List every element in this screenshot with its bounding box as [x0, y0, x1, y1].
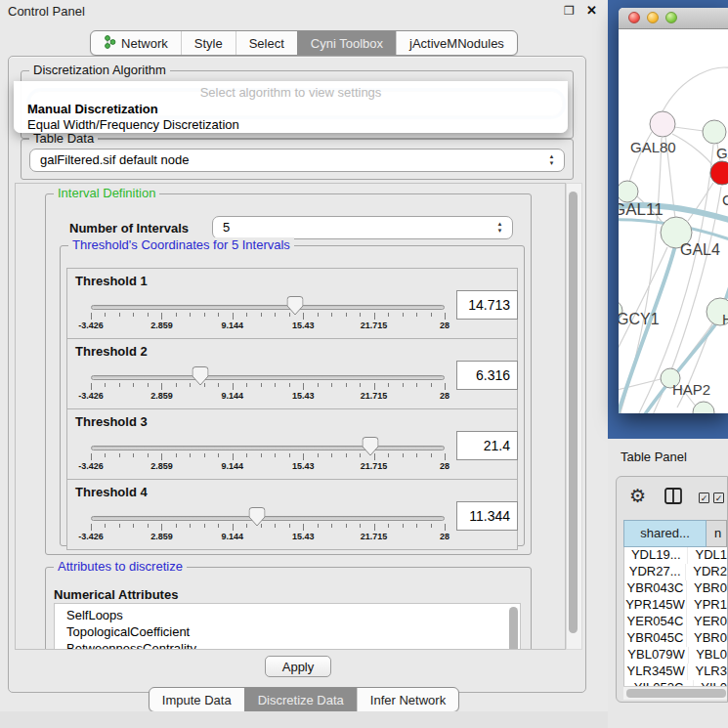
tick-mark: [360, 313, 361, 317]
apply-button[interactable]: Apply: [265, 656, 331, 677]
threshold-value-field[interactable]: 14.713: [456, 290, 518, 320]
tick-label: 28: [440, 321, 450, 330]
minimize-window-icon[interactable]: [647, 12, 659, 23]
tab-jactivemnodules[interactable]: jActiveMNodules: [396, 31, 517, 55]
table-row-ypr145w[interactable]: YPR145WYPR1: [624, 597, 727, 614]
threshold-value-field[interactable]: 6.316: [456, 361, 518, 390]
tick-mark: [246, 524, 247, 528]
slider-track[interactable]: [91, 305, 445, 310]
slider-track[interactable]: [91, 375, 445, 380]
checkbox-filter-icon-2[interactable]: ✓: [713, 492, 724, 503]
float-panel-icon[interactable]: ❐: [564, 4, 575, 18]
table-row-ybl079w[interactable]: YBL079WYBL0: [624, 647, 727, 664]
slider-track[interactable]: [91, 516, 445, 521]
slider-handle[interactable]: [249, 507, 266, 527]
attributes-list[interactable]: SelfLoopsTopologicalCoefficientBetweenne…: [54, 603, 521, 650]
table-row-ybr043c[interactable]: YBR043CYBR0: [624, 580, 727, 597]
cell-shared-name: YLR345W: [624, 664, 688, 680]
threshold-slider[interactable]: -3.4262.8599.14415.4321.71528: [91, 439, 445, 476]
algorithm-option-manual-discretization[interactable]: Manual Discretization: [14, 102, 568, 117]
number-of-intervals-spinner[interactable]: 5 ▲▼: [212, 216, 513, 239]
threshold-slider[interactable]: -3.4262.8599.14415.4321.71528: [91, 298, 445, 335]
slider-track[interactable]: [91, 446, 445, 450]
tab-style[interactable]: Style: [181, 31, 236, 55]
cell-name: YLR3: [688, 664, 727, 680]
spinner-arrows-icon[interactable]: ▲▼: [546, 153, 557, 167]
tab-select[interactable]: Select: [236, 31, 297, 55]
tick-label: 9.144: [222, 321, 244, 330]
bottom-tab-infer-network[interactable]: Infer Network: [357, 688, 458, 711]
tab-label: jActiveMNodules: [409, 36, 504, 51]
threshold-value-field[interactable]: 11.344: [456, 501, 518, 531]
network-edge[interactable]: [663, 67, 728, 111]
tick-mark: [261, 383, 262, 387]
close-window-icon[interactable]: [628, 12, 640, 23]
tab-label: Network: [121, 36, 168, 51]
tick-mark: [416, 453, 417, 457]
bottom-tab-discretize-data[interactable]: Discretize Data: [244, 688, 357, 711]
network-edge[interactable]: [674, 127, 704, 131]
horizontal-scrollbar[interactable]: [623, 686, 727, 700]
tick-mark: [388, 313, 389, 317]
threshold-slider[interactable]: -3.4262.8599.14415.4321.71528: [91, 509, 445, 546]
checkbox-filter-icon[interactable]: ✓: [699, 492, 709, 503]
column-header-shared-name[interactable]: shared...: [623, 520, 707, 547]
vertical-scrollbar[interactable]: [566, 183, 582, 650]
attributes-list-scrollbar[interactable]: [509, 607, 518, 650]
table-data-combo[interactable]: galFiltered.sif default node ▲▼: [29, 149, 565, 172]
tab-network[interactable]: Network: [91, 31, 181, 55]
close-panel-icon[interactable]: ✕: [586, 3, 597, 18]
tab-cyni-toolbox[interactable]: Cyni Toolbox: [297, 31, 396, 55]
network-node-green[interactable]: [703, 120, 726, 144]
horizontal-scrollbar-thumb[interactable]: [626, 689, 726, 698]
zoom-window-icon[interactable]: [665, 12, 677, 23]
cell-name: YBR0: [687, 580, 727, 597]
algorithm-option-equal-width-frequency-discretization[interactable]: Equal Width/Frequency Discretization: [14, 117, 568, 133]
tick-label: 9.144: [222, 461, 244, 471]
attribute-item-selfloops[interactable]: SelfLoops: [55, 607, 520, 623]
tick-mark: [289, 383, 290, 387]
tick-mark: [360, 524, 361, 528]
threshold-rows: Threshold 1 -3.4262.8599.14415.4321.7152…: [66, 268, 518, 550]
bottom-tab-impute-data[interactable]: Impute Data: [150, 688, 244, 711]
vertical-scrollbar-thumb[interactable]: [569, 192, 578, 633]
threshold-slider[interactable]: -3.4262.8599.14415.4321.71528: [91, 368, 445, 406]
spinner-arrows-icon[interactable]: ▲▼: [494, 221, 505, 235]
tick-mark: [331, 383, 332, 387]
table-row-yer054c[interactable]: YER054CYER0: [624, 614, 727, 630]
attribute-item-topologicalcoefficient[interactable]: TopologicalCoefficient: [55, 623, 520, 640]
cell-shared-name: YDL19...: [624, 547, 688, 564]
tick-mark: [416, 313, 417, 317]
network-node-red[interactable]: [710, 161, 728, 185]
network-node-green[interactable]: [619, 181, 638, 202]
slider-handle[interactable]: [286, 296, 303, 316]
footer-strip: [0, 711, 608, 728]
gear-icon[interactable]: ⚙: [629, 485, 646, 507]
network-node-pink[interactable]: [650, 111, 675, 137]
network-node-label-c: C: [722, 192, 728, 208]
threshold-label: Threshold 3: [75, 414, 148, 429]
table-row-ybr045c[interactable]: YBR045CYBR0: [624, 630, 727, 647]
slider-handle[interactable]: [193, 366, 209, 386]
tick-mark: [105, 524, 106, 528]
tick-mark: [190, 383, 191, 387]
attribute-item-betweennesscentrality[interactable]: BetweennessCentrality: [55, 640, 520, 650]
columns-icon[interactable]: [664, 488, 682, 508]
network-window-titlebar[interactable]: [619, 8, 728, 29]
tick-mark: [445, 383, 446, 390]
network-icon: [104, 35, 116, 52]
tick-label: 15.43: [292, 461, 315, 471]
cell-name: YDR2: [686, 564, 727, 580]
tick-label: -3.426: [78, 532, 104, 541]
table-row-ydl19[interactable]: YDL19...YDL1: [624, 547, 727, 564]
tick-mark: [388, 383, 389, 387]
table-row-ydr27[interactable]: YDR27...YDR2: [624, 564, 727, 580]
network-edge[interactable]: [619, 138, 662, 413]
table-row-ylr345w[interactable]: YLR345WYLR3: [624, 664, 727, 680]
network-node-green[interactable]: [693, 402, 714, 413]
tick-mark: [246, 383, 247, 387]
column-header-name[interactable]: n: [707, 520, 727, 547]
slider-handle[interactable]: [362, 437, 378, 456]
network-graph[interactable]: GAL80GACGAL11GAL4GCY1HHAP2: [619, 28, 728, 413]
threshold-value-field[interactable]: 21.4: [456, 431, 518, 460]
